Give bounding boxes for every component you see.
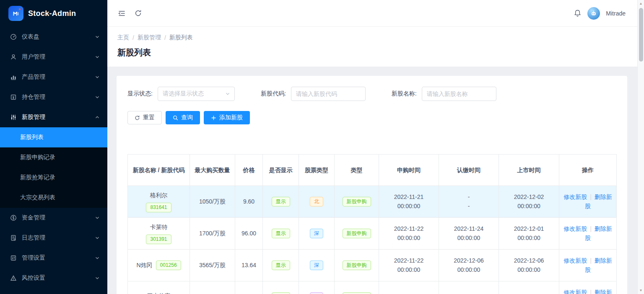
sidebar-item-6[interactable]: 日志管理 — [0, 228, 107, 248]
search-button-label: 查询 — [181, 114, 193, 121]
apply-time-cell: 2022-11-2200:00:00 — [379, 218, 439, 250]
edit-stock-link[interactable]: 修改新股 — [564, 289, 587, 294]
button-row: 重置 查询 添加新股 — [127, 111, 616, 124]
user-avatar[interactable] — [587, 7, 600, 20]
sidebar-item-1[interactable]: 用户管理 — [0, 47, 107, 67]
action-divider: | — [590, 225, 592, 232]
list-time-cell: 2022-12-02 — [499, 281, 559, 294]
market-cell: 深 — [299, 218, 335, 250]
sidebar-item-4[interactable]: 新股管理 — [0, 107, 107, 127]
sidebar-item-label: 日志管理 — [22, 234, 95, 242]
breadcrumb-item[interactable]: 主页 — [117, 34, 129, 41]
logs-icon — [10, 235, 18, 241]
pay-time-cell: -- — [439, 186, 499, 218]
column-header-3: 是否显示 — [263, 155, 299, 186]
stock-code-badge: 301391 — [146, 235, 171, 244]
reset-icon — [135, 115, 140, 121]
chevron-down-icon — [95, 255, 100, 260]
pay-time-cell: 2022-11-25 — [439, 281, 499, 294]
risk-settings-icon — [10, 275, 18, 281]
sidebar-collapse-icon[interactable] — [117, 9, 126, 18]
chevron-down-icon — [95, 34, 100, 39]
display-status-select[interactable]: 请选择显示状态 — [158, 87, 235, 101]
edit-stock-link[interactable]: 修改新股 — [564, 225, 587, 232]
price-cell: 78.89 — [235, 281, 263, 294]
plus-icon — [211, 115, 216, 121]
scroll-up-icon[interactable]: ▲ — [638, 0, 644, 7]
price-cell: 9.60 — [235, 186, 263, 218]
chevron-down-icon — [95, 95, 100, 100]
add-stock-button-label: 添加新股 — [219, 114, 243, 121]
dashboard-icon — [10, 34, 18, 40]
sidebar-subitem[interactable]: 新股抢筹记录 — [0, 168, 107, 188]
name-code-cell: 三未信安 — [128, 281, 190, 294]
edit-stock-link[interactable]: 修改新股 — [564, 257, 587, 264]
delete-stock-link[interactable]: 删除新股 — [585, 225, 612, 241]
breadcrumb-separator: / — [164, 34, 166, 41]
column-header-4: 股票类型 — [299, 155, 335, 186]
delete-stock-link[interactable]: 删除新股 — [585, 193, 612, 209]
stock-code-input[interactable] — [291, 87, 366, 101]
stock-name: 卡莱特 — [130, 223, 187, 232]
filter-row: 显示状态: 请选择显示状态 新股代码: 新股名称: — [127, 87, 616, 101]
scroll-down-icon[interactable]: ▼ — [638, 287, 644, 294]
name-code-cell: N炜冈001256 — [128, 250, 190, 281]
app-logo[interactable]: Stock-Admin — [0, 0, 107, 27]
max-buy-cell: 1914/万股 — [190, 281, 235, 294]
topbar-right: Mitrade — [574, 7, 626, 20]
delete-stock-link[interactable]: 删除新股 — [585, 257, 612, 273]
stock-name: 格利尔 — [130, 191, 187, 200]
sidebar-item-0[interactable]: 仪表盘 — [0, 27, 107, 47]
users-icon — [10, 54, 18, 60]
stock-code-badge: 831641 — [146, 203, 171, 212]
visible-cell: 显示 — [263, 186, 299, 218]
chevron-up-icon — [95, 115, 100, 120]
scrollbar-track[interactable] — [638, 7, 644, 287]
page-title: 新股列表 — [117, 47, 627, 58]
sidebar-subitem[interactable]: 大宗交易列表 — [0, 188, 107, 208]
column-header-1: 最大购买数量 — [190, 155, 235, 186]
sidebar-subitem[interactable]: 新股申购记录 — [0, 147, 107, 168]
username[interactable]: Mitrade — [606, 10, 626, 17]
search-icon — [173, 115, 178, 121]
type-cell: 新股申购 — [335, 186, 379, 218]
market-cell: 沪 — [299, 281, 335, 294]
sidebar-item-8[interactable]: 风控设置 — [0, 268, 107, 288]
search-button[interactable]: 查询 — [166, 111, 200, 124]
breadcrumb-item[interactable]: 新股管理 — [138, 34, 161, 41]
type-badge: 新股申购 — [343, 197, 371, 206]
main-area: Mitrade 主页/新股管理/新股列表 新股列表 显示状态: 请选择显示状态 — [107, 0, 637, 294]
apply-time-cell: 2022-11-2200:00:00 — [379, 250, 439, 281]
stock-name-input[interactable] — [422, 87, 496, 101]
stock-code-badge: 001256 — [156, 260, 181, 270]
column-header-8: 上市时间 — [499, 155, 559, 186]
type-cell: 新股申购 — [335, 250, 379, 281]
sidebar-subitem[interactable]: 新股列表 — [0, 127, 107, 147]
admin-settings-icon — [10, 255, 18, 261]
edit-stock-link[interactable]: 修改新股 — [564, 193, 587, 200]
add-stock-button[interactable]: 添加新股 — [204, 111, 250, 124]
sidebar-item-2[interactable]: 产品管理 — [0, 67, 107, 87]
stock-table-wrap: 新股名称 / 新股代码最大购买数量价格是否显示股票类型类型申购时间认缴时间上市时… — [127, 154, 616, 294]
notification-bell-icon[interactable] — [574, 9, 582, 17]
market-badge: 深 — [310, 260, 323, 270]
market-badge: 北 — [310, 197, 323, 206]
sidebar-item-7[interactable]: 管理设置 — [0, 248, 107, 268]
name-code-cell: 卡莱特301391 — [128, 218, 190, 250]
apply-time-cell: 2022-11-2100:00:00 — [379, 186, 439, 218]
sidebar-item-3[interactable]: 持仓管理 — [0, 87, 107, 107]
visible-cell: 显示 — [263, 218, 299, 250]
breadcrumb: 主页/新股管理/新股列表 — [117, 34, 627, 41]
vertical-scrollbar[interactable]: ▲ ▼ — [637, 0, 644, 294]
scrollbar-thumb[interactable] — [639, 8, 643, 62]
pay-time-cell: 2022-11-2400:00:00 — [439, 218, 499, 250]
breadcrumb-item: 新股列表 — [169, 34, 193, 41]
delete-stock-link[interactable]: 删除新股 — [585, 289, 612, 294]
refresh-icon[interactable] — [134, 9, 142, 17]
stock-name-group: 新股名称: — [392, 87, 496, 101]
reset-button[interactable]: 重置 — [127, 111, 162, 124]
sidebar-item-5[interactable]: 资金管理 — [0, 208, 107, 228]
stock-table: 新股名称 / 新股代码最大购买数量价格是否显示股票类型类型申购时间认缴时间上市时… — [127, 154, 617, 294]
stock-name-label: 新股名称: — [392, 90, 417, 98]
column-header-0: 新股名称 / 新股代码 — [128, 155, 190, 186]
